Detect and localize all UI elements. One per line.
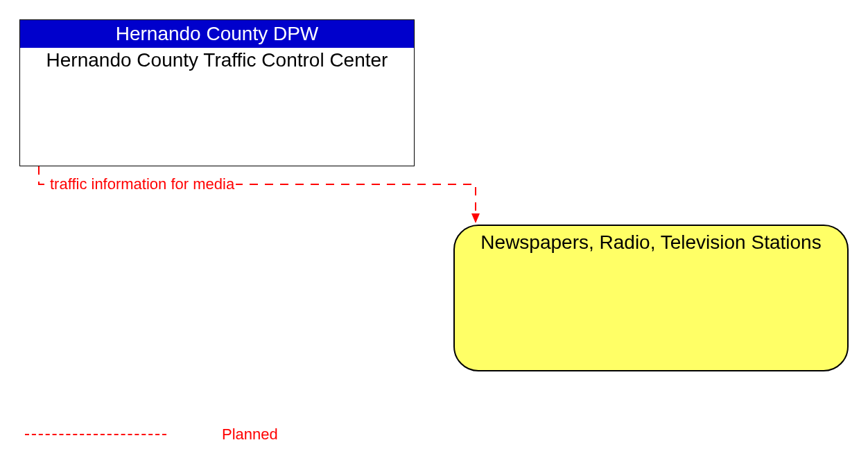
source-entity-box: Hernando County DPW Hernando County Traf…	[19, 19, 415, 166]
target-entity-title: Newspapers, Radio, Television Stations	[455, 231, 847, 253]
flow-label: traffic information for media	[49, 175, 236, 193]
target-entity-box: Newspapers, Radio, Television Stations	[453, 225, 849, 371]
source-entity-header: Hernando County DPW	[20, 20, 414, 48]
legend-planned-label: Planned	[222, 426, 278, 444]
source-entity-title: Hernando County Traffic Control Center	[20, 48, 414, 71]
legend-planned-line	[25, 434, 166, 435]
